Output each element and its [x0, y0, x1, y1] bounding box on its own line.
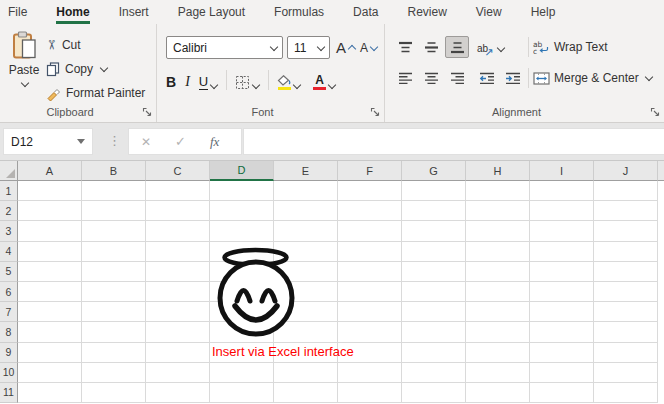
font-dialog-launcher-icon[interactable]: [370, 107, 380, 117]
tab-formulas[interactable]: Formulas: [274, 1, 324, 24]
cell-J10[interactable]: [594, 363, 658, 383]
italic-button[interactable]: I: [179, 70, 196, 90]
cell-A11[interactable]: [18, 383, 82, 403]
decrease-indent-button[interactable]: [475, 67, 499, 89]
cell-I5[interactable]: [530, 262, 594, 282]
cell-G1[interactable]: [402, 181, 466, 201]
font-name-select[interactable]: Calibri: [166, 36, 283, 59]
underline-button[interactable]: U: [196, 70, 221, 90]
cell-F2[interactable]: [338, 201, 402, 221]
cell-G7[interactable]: [402, 302, 466, 322]
cell-E1[interactable]: [274, 181, 338, 201]
cell-I4[interactable]: [530, 242, 594, 262]
tab-view[interactable]: View: [476, 1, 502, 24]
cell-D10[interactable]: [210, 363, 274, 383]
cell-E11[interactable]: [274, 383, 338, 403]
tab-review[interactable]: Review: [407, 1, 446, 24]
select-all-corner[interactable]: [0, 161, 18, 181]
cell-F10[interactable]: [338, 363, 402, 383]
cell-J8[interactable]: [594, 322, 658, 342]
cell-I3[interactable]: [530, 221, 594, 241]
cell-E3[interactable]: [274, 221, 338, 241]
align-top-button[interactable]: [393, 36, 417, 58]
cell-A4[interactable]: [18, 242, 82, 262]
cell-I11[interactable]: [530, 383, 594, 403]
cell-I10[interactable]: [530, 363, 594, 383]
cell-C10[interactable]: [146, 363, 210, 383]
cell-J5[interactable]: [594, 262, 658, 282]
row-header-2[interactable]: 2: [0, 201, 18, 221]
cell-A3[interactable]: [18, 221, 82, 241]
borders-button[interactable]: [232, 70, 263, 90]
cell-B3[interactable]: [82, 221, 146, 241]
column-header-D[interactable]: D: [210, 161, 274, 181]
cell-G9[interactable]: [402, 343, 466, 363]
column-header-I[interactable]: I: [530, 161, 594, 181]
cell-J4[interactable]: [594, 242, 658, 262]
align-right-button[interactable]: [445, 67, 469, 89]
cell-C4[interactable]: [146, 242, 210, 262]
cell-C2[interactable]: [146, 201, 210, 221]
cell-A5[interactable]: [18, 262, 82, 282]
copy-button[interactable]: Copy: [46, 58, 108, 80]
cell-A9[interactable]: [18, 343, 82, 363]
cell-A2[interactable]: [18, 201, 82, 221]
cell-C6[interactable]: [146, 282, 210, 302]
tab-help[interactable]: Help: [531, 1, 556, 24]
cell-I1[interactable]: [530, 181, 594, 201]
cell-B11[interactable]: [82, 383, 146, 403]
align-center-button[interactable]: [419, 67, 443, 89]
cell-A10[interactable]: [18, 363, 82, 383]
clipboard-dialog-launcher-icon[interactable]: [142, 107, 152, 117]
bold-button[interactable]: B: [163, 70, 179, 90]
cell-B9[interactable]: [82, 343, 146, 363]
name-box-dropdown-icon[interactable]: [77, 139, 85, 144]
cell-D11[interactable]: [210, 383, 274, 403]
cell-G6[interactable]: [402, 282, 466, 302]
alignment-dialog-launcher-icon[interactable]: [650, 107, 660, 117]
cell-B2[interactable]: [82, 201, 146, 221]
cell-J6[interactable]: [594, 282, 658, 302]
row-header-6[interactable]: 6: [0, 282, 18, 302]
wrap-text-button[interactable]: ab c Wrap Text: [533, 36, 608, 58]
cell-H11[interactable]: [466, 383, 530, 403]
cell-I6[interactable]: [530, 282, 594, 302]
cell-G4[interactable]: [402, 242, 466, 262]
cell-B10[interactable]: [82, 363, 146, 383]
row-header-10[interactable]: 10: [0, 363, 18, 383]
cell-E2[interactable]: [274, 201, 338, 221]
cell-C1[interactable]: [146, 181, 210, 201]
cell-B5[interactable]: [82, 262, 146, 282]
align-middle-button[interactable]: [419, 36, 443, 58]
row-header-1[interactable]: 1: [0, 181, 18, 201]
cell-F4[interactable]: [338, 242, 402, 262]
cell-B8[interactable]: [82, 322, 146, 342]
cell-F5[interactable]: [338, 262, 402, 282]
cell-H8[interactable]: [466, 322, 530, 342]
cell-A6[interactable]: [18, 282, 82, 302]
cell-J2[interactable]: [594, 201, 658, 221]
column-header-B[interactable]: B: [82, 161, 146, 181]
column-header-E[interactable]: E: [274, 161, 338, 181]
column-header-F[interactable]: F: [338, 161, 402, 181]
fill-color-button[interactable]: [274, 70, 304, 90]
cell-H10[interactable]: [466, 363, 530, 383]
tab-file[interactable]: File: [8, 1, 27, 24]
cell-G11[interactable]: [402, 383, 466, 403]
cell-D1[interactable]: [210, 181, 274, 201]
increase-indent-button[interactable]: [501, 67, 525, 89]
cell-C7[interactable]: [146, 302, 210, 322]
cell-J7[interactable]: [594, 302, 658, 322]
cell-F3[interactable]: [338, 221, 402, 241]
cut-button[interactable]: ✂ Cut: [46, 34, 81, 56]
enter-icon[interactable]: ✓: [175, 134, 186, 149]
orientation-button[interactable]: ab ↗: [477, 38, 505, 59]
decrease-font-size-button[interactable]: A: [358, 36, 380, 59]
cell-B4[interactable]: [82, 242, 146, 262]
cell-H4[interactable]: [466, 242, 530, 262]
cell-H6[interactable]: [466, 282, 530, 302]
insert-function-icon[interactable]: fx: [210, 134, 219, 150]
row-header-8[interactable]: 8: [0, 322, 18, 342]
cell-F8[interactable]: [338, 322, 402, 342]
cell-H9[interactable]: [466, 343, 530, 363]
